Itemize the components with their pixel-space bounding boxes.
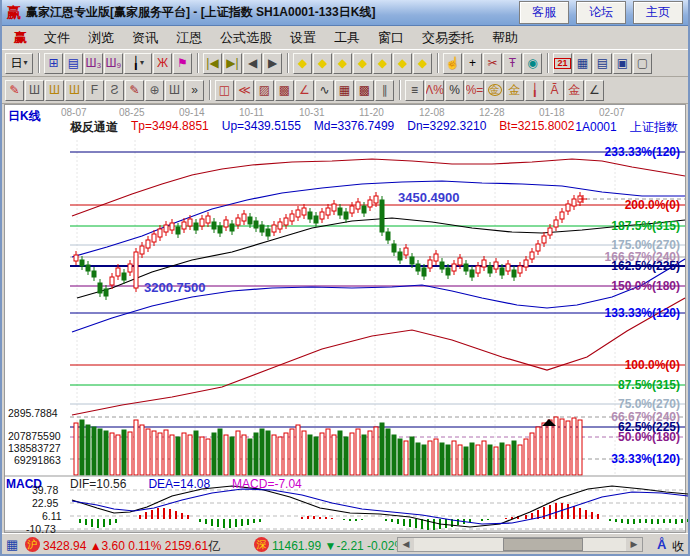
menu-logo-icon: 赢: [6, 29, 35, 47]
gold-circle-button[interactable]: 金: [485, 80, 504, 101]
wave-9-button[interactable]: Ш₉: [104, 53, 123, 74]
smart-analysis-button[interactable]: ◉: [523, 53, 542, 74]
candle-body: [536, 244, 540, 251]
horizontal-scrollbar[interactable]: ◀ ▶: [397, 537, 643, 552]
kline-chart[interactable]: 233.33%(120)200.0%(0)187.5%(315)175.0%(2…: [2, 104, 690, 533]
more-tools-button[interactable]: »: [185, 80, 204, 101]
diamond-tool-7-button[interactable]: ◆: [413, 53, 432, 74]
calendar-button[interactable]: 21: [553, 53, 572, 74]
trend-flag-button[interactable]: ⚑: [173, 53, 192, 74]
symbol-label: 1A0001 上证指数: [565, 119, 678, 136]
candle-pen-button[interactable]: ╽: [525, 80, 544, 101]
diamond-tool-5-button[interactable]: ◆: [373, 53, 392, 74]
gold-lines-icon: 金: [509, 84, 521, 96]
gann-grid-1-button[interactable]: ▨: [255, 80, 274, 101]
candle-body: [362, 206, 366, 213]
volume-bar: [146, 429, 150, 475]
measure-button[interactable]: ✂: [483, 53, 502, 74]
menu-item-6[interactable]: 工具: [325, 26, 369, 50]
homepage-button[interactable]: 主页: [633, 1, 683, 24]
period-button[interactable]: ╽▾: [124, 53, 152, 74]
angle-fan-button[interactable]: ∠: [295, 80, 314, 101]
grid-block-1-button[interactable]: ▦: [335, 80, 354, 101]
grid-wide-button[interactable]: Ш: [165, 80, 184, 101]
next-bar-button[interactable]: ▶: [263, 53, 282, 74]
grid-block-2-button[interactable]: ▩: [355, 80, 374, 101]
gann-level-label: 162.5%(225): [611, 259, 680, 273]
prev-bar-button[interactable]: ◀: [243, 53, 262, 74]
grid-coil-button[interactable]: Ƨ: [105, 80, 124, 101]
angle-line-button[interactable]: ∠: [585, 80, 604, 101]
gann-grid-2-button[interactable]: ▩: [275, 80, 294, 101]
diamond-tool-4-button[interactable]: ◆: [353, 53, 372, 74]
fan-lines-button[interactable]: ≪: [235, 80, 254, 101]
menu-item-5[interactable]: 设置: [281, 26, 325, 50]
pattern-button[interactable]: Ж: [153, 53, 172, 74]
scrollbar-thumb[interactable]: [503, 538, 583, 551]
notebook-button[interactable]: ▤: [593, 53, 612, 74]
parallel-lines-button[interactable]: ∥: [375, 80, 394, 101]
save-button[interactable]: ▣: [613, 53, 632, 74]
brush-icon: ✎: [129, 84, 139, 96]
x-axis-date-label: 10-31: [299, 107, 325, 118]
wave-9-icon: Ш₉: [106, 57, 122, 69]
window-layout-button[interactable]: ⊞: [44, 53, 63, 74]
candle-body: [152, 234, 156, 242]
menu-item-3[interactable]: 江恩: [167, 26, 211, 50]
menu-item-0[interactable]: 文件: [35, 26, 79, 50]
quote-grid-icon[interactable]: ▦: [6, 537, 18, 552]
grid-gold-2-button[interactable]: Ш: [65, 80, 84, 101]
shenzhen-market-icon[interactable]: 深: [254, 537, 269, 552]
grid-f-button[interactable]: F: [85, 80, 104, 101]
candle-body: [140, 246, 144, 254]
percent-line-button[interactable]: %=: [465, 80, 484, 101]
scroll-left-arrow[interactable]: ◀: [398, 538, 414, 551]
info-note-button[interactable]: ▤: [64, 53, 83, 74]
price-ladder-button[interactable]: ≡: [405, 80, 424, 101]
draw-pen-button[interactable]: ✎: [5, 80, 24, 101]
channel-curve-Dn: [72, 259, 685, 332]
candle-body: [422, 268, 426, 276]
menu-item-2[interactable]: 资讯: [123, 26, 167, 50]
percent-button[interactable]: %: [445, 80, 464, 101]
candle-body: [380, 200, 384, 232]
first-bar-button[interactable]: |◀: [203, 53, 222, 74]
menu-item-4[interactable]: 公式选股: [211, 26, 281, 50]
menu-item-7[interactable]: 窗口: [369, 26, 413, 50]
last-bar-button[interactable]: ▶|: [223, 53, 242, 74]
grid-button[interactable]: Ш: [25, 80, 44, 101]
circle-grid-button[interactable]: ⊕: [145, 80, 164, 101]
user-status-icon[interactable]: Å: [657, 537, 666, 552]
zigzag-button[interactable]: ∿: [315, 80, 334, 101]
candle-body: [242, 214, 246, 221]
shanghai-market-icon[interactable]: 沪: [25, 537, 40, 552]
retracement-button[interactable]: Λ%: [425, 80, 444, 101]
customer-service-button[interactable]: 客服: [519, 1, 569, 24]
wave-3-button[interactable]: Ш₃: [84, 53, 103, 74]
brush-button[interactable]: ✎: [125, 80, 144, 101]
export-button[interactable]: ▢: [633, 53, 652, 74]
calculator-button[interactable]: ▦: [573, 53, 592, 74]
hand-tool-button[interactable]: ☝: [443, 53, 462, 74]
diamond-tool-6-button[interactable]: ◆: [393, 53, 412, 74]
crosshair-button[interactable]: +: [463, 53, 482, 74]
diamond-tool-3-button[interactable]: ◆: [333, 53, 352, 74]
diamond-tool-1-button[interactable]: ◆: [293, 53, 312, 74]
gann-grid-2-icon: ▩: [279, 84, 290, 96]
scroll-right-arrow[interactable]: ▶: [626, 538, 642, 551]
toolbar-separator: [38, 53, 40, 73]
menu-item-9[interactable]: 帮助: [483, 26, 527, 50]
menu-item-8[interactable]: 交易委托: [413, 26, 483, 50]
candle-body: [518, 266, 522, 273]
kline-style-button[interactable]: 日▾: [5, 53, 33, 74]
gann-box-button[interactable]: ◫: [215, 80, 234, 101]
gann-tool-button[interactable]: Ŧ: [503, 53, 522, 74]
gann-level-label: 87.5%(315): [618, 378, 680, 392]
diamond-tool-2-button[interactable]: ◆: [313, 53, 332, 74]
gold-red-button[interactable]: 金: [565, 80, 584, 101]
grid-gold-1-button[interactable]: Ш: [45, 80, 64, 101]
gold-lines-button[interactable]: 金: [505, 80, 524, 101]
forum-button[interactable]: 论坛: [576, 1, 626, 24]
wave-marker-button[interactable]: Ã: [545, 80, 564, 101]
menu-item-1[interactable]: 浏览: [79, 26, 123, 50]
